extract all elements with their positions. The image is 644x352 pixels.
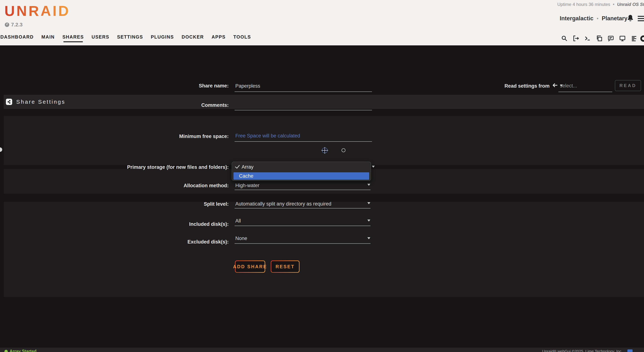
selected-check-icon xyxy=(235,164,240,168)
primary-storage-dropdown: Array Cache xyxy=(232,162,371,181)
nav-item-plugins[interactable]: PLUGINS xyxy=(151,34,174,41)
read-button[interactable]: READ xyxy=(615,80,641,91)
array-status-text: Array Started xyxy=(10,349,36,352)
read-settings-label: Read settings from xyxy=(480,83,550,89)
excluded-disks-select[interactable]: None xyxy=(235,236,247,241)
split-level-select[interactable]: Automatically split any directory as req… xyxy=(235,201,332,207)
nav-item-tools[interactable]: TOOLS xyxy=(233,34,251,41)
copy-icon[interactable] xyxy=(596,35,602,42)
server-separator: • xyxy=(597,16,598,22)
excluded-disks-underline xyxy=(234,243,370,244)
panel-storage-settings xyxy=(4,202,644,297)
version-icon xyxy=(5,22,9,27)
share-settings-icon xyxy=(6,99,12,105)
add-share-button-label: ADD SHARE xyxy=(236,261,265,272)
server-description[interactable]: Planetary xyxy=(602,15,628,22)
page-title: Share Settings xyxy=(16,99,66,105)
feedback-icon[interactable] xyxy=(608,35,614,42)
app-logo[interactable]: UNRAID xyxy=(4,2,70,19)
add-share-button[interactable]: ADD SHARE xyxy=(235,260,265,273)
search-icon[interactable] xyxy=(561,35,568,42)
log-icon[interactable] xyxy=(631,35,637,42)
nav-item-main[interactable]: MAIN xyxy=(42,34,55,41)
chevron-down-icon xyxy=(367,184,370,186)
dropdown-option-array-label: Array xyxy=(242,164,254,170)
server-identity: Intergalactic • Planetary xyxy=(560,15,628,22)
status-separator: • xyxy=(611,2,617,7)
main-nav: DASHBOARD MAIN SHARES USERS SETTINGS PLU… xyxy=(0,34,251,41)
nav-item-shares[interactable]: SHARES xyxy=(62,34,84,41)
notifications-bell-icon[interactable] xyxy=(626,14,634,22)
chevron-down-icon xyxy=(372,166,375,168)
reset-button-label: RESET xyxy=(271,261,299,272)
allocation-method-select[interactable]: High-water xyxy=(235,183,260,188)
nav-item-users[interactable]: USERS xyxy=(92,34,109,41)
chevron-down-icon xyxy=(367,237,370,239)
min-free-space-input[interactable] xyxy=(234,130,372,142)
share-name-label: Share name: xyxy=(111,83,229,89)
uptime-text: Uptime 4 hours 36 minutes xyxy=(557,2,610,7)
crosshair-cursor-icon xyxy=(321,146,329,154)
dropdown-option-cache[interactable]: Cache xyxy=(234,172,369,180)
allocation-method-underline xyxy=(234,190,370,190)
chevron-down-icon xyxy=(367,220,370,222)
locale-flag-icon[interactable] xyxy=(628,350,632,352)
header-toolbar xyxy=(561,35,637,42)
array-status[interactable]: Array Started xyxy=(4,349,36,352)
primary-storage-label: Primary storage (for new files and folde… xyxy=(111,164,229,170)
split-level-label: Split level: xyxy=(111,201,229,207)
os-edition-text: Unraid OS Starter xyxy=(617,2,644,7)
array-status-icon xyxy=(4,350,8,352)
unraid-share-settings-screen: UNRAID 7.2.3 Uptime 4 hours 36 minutes •… xyxy=(0,0,644,352)
dropdown-option-array[interactable]: Array xyxy=(232,162,371,172)
version-badge: 7.2.3 xyxy=(5,22,22,28)
logout-icon[interactable] xyxy=(573,35,579,42)
dropdown-option-cache-label: Cache xyxy=(239,173,254,179)
selection-ring xyxy=(342,148,346,152)
server-name[interactable]: Intergalactic xyxy=(560,15,594,22)
included-disks-label: Included disk(s): xyxy=(111,222,229,227)
included-disks-select[interactable]: All xyxy=(235,218,241,224)
split-level-underline xyxy=(234,208,370,208)
reset-button[interactable]: RESET xyxy=(271,260,300,273)
display-icon[interactable] xyxy=(619,35,626,42)
share-name-input[interactable] xyxy=(234,80,372,92)
left-arrow-icon xyxy=(552,82,558,89)
header: UNRAID 7.2.3 Uptime 4 hours 36 minutes •… xyxy=(0,0,644,46)
copyright-text: Unraid® webGui ©2025, Lime Technology, I… xyxy=(542,349,622,352)
nav-item-docker[interactable]: DOCKER xyxy=(182,34,204,41)
nav-item-apps[interactable]: APPS xyxy=(212,34,226,41)
comments-label: Comments: xyxy=(111,102,229,108)
nav-item-settings[interactable]: SETTINGS xyxy=(117,34,143,41)
included-disks-underline xyxy=(234,226,370,226)
allocation-method-label: Allocation method: xyxy=(111,183,229,188)
read-settings-select[interactable]: select... xyxy=(558,81,612,92)
terminal-icon[interactable] xyxy=(584,35,591,42)
uptime-status: Uptime 4 hours 36 minutes • Unraid OS St… xyxy=(557,2,644,7)
menu-hamburger-icon[interactable] xyxy=(638,16,644,22)
footer-bar: Array Started Unraid® webGui ©2025, Lime… xyxy=(0,348,644,352)
comments-input[interactable] xyxy=(234,99,372,110)
excluded-disks-label: Excluded disk(s): xyxy=(111,239,229,245)
history-icon[interactable] xyxy=(640,36,644,42)
min-free-space-label: Minimum free space: xyxy=(111,134,229,139)
chevron-down-icon xyxy=(367,202,370,204)
version-text: 7.2.3 xyxy=(11,22,22,28)
chevron-down-icon xyxy=(560,84,563,86)
nav-item-dashboard[interactable]: DASHBOARD xyxy=(0,34,34,41)
